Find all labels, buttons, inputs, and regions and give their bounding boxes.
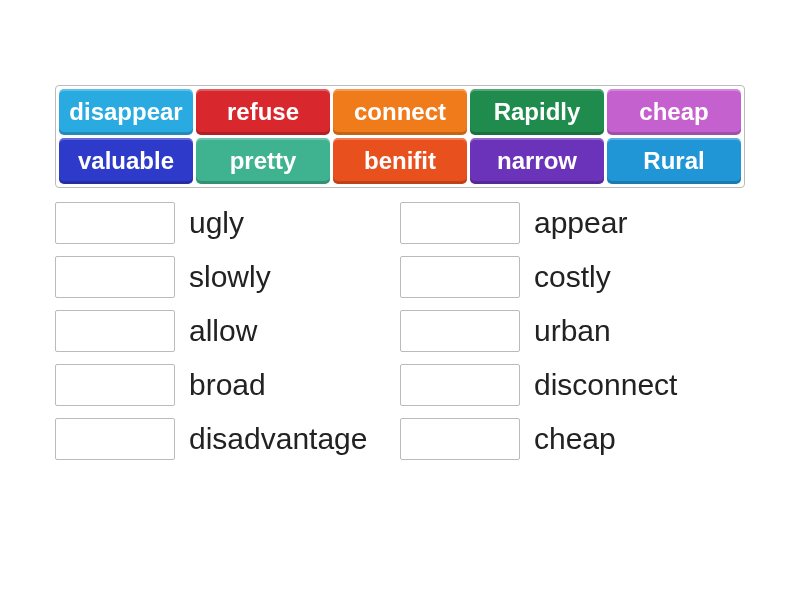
target-item: appear	[400, 202, 745, 244]
target-item: cheap	[400, 418, 745, 460]
drop-box-disadvantage[interactable]	[55, 418, 175, 460]
target-item: disconnect	[400, 364, 745, 406]
word-bank-row: disappear refuse connect Rapidly cheap	[59, 89, 741, 135]
drop-box-ugly[interactable]	[55, 202, 175, 244]
drop-box-urban[interactable]	[400, 310, 520, 352]
drop-box-broad[interactable]	[55, 364, 175, 406]
target-label: disconnect	[534, 368, 677, 402]
word-tile-cheap[interactable]: cheap	[607, 89, 741, 135]
target-item: urban	[400, 310, 745, 352]
target-label: disadvantage	[189, 422, 367, 456]
drop-box-disconnect[interactable]	[400, 364, 520, 406]
drop-box-cheap[interactable]	[400, 418, 520, 460]
target-label: appear	[534, 206, 627, 240]
target-label: slowly	[189, 260, 271, 294]
word-bank: disappear refuse connect Rapidly cheap v…	[55, 85, 745, 188]
word-tile-pretty[interactable]: pretty	[196, 138, 330, 184]
target-label: cheap	[534, 422, 616, 456]
target-label: allow	[189, 314, 257, 348]
drop-box-slowly[interactable]	[55, 256, 175, 298]
targets-grid: ugly appear slowly costly allow urban br…	[55, 202, 745, 460]
word-tile-refuse[interactable]: refuse	[196, 89, 330, 135]
target-label: costly	[534, 260, 611, 294]
target-label: ugly	[189, 206, 244, 240]
word-tile-rapidly[interactable]: Rapidly	[470, 89, 604, 135]
target-item: disadvantage	[55, 418, 400, 460]
drop-box-appear[interactable]	[400, 202, 520, 244]
word-bank-row: valuable pretty benifit narrow Rural	[59, 138, 741, 184]
target-label: broad	[189, 368, 266, 402]
target-item: ugly	[55, 202, 400, 244]
word-tile-benifit[interactable]: benifit	[333, 138, 467, 184]
word-tile-valuable[interactable]: valuable	[59, 138, 193, 184]
target-item: costly	[400, 256, 745, 298]
drop-box-allow[interactable]	[55, 310, 175, 352]
target-item: slowly	[55, 256, 400, 298]
word-tile-connect[interactable]: connect	[333, 89, 467, 135]
word-tile-rural[interactable]: Rural	[607, 138, 741, 184]
word-tile-disappear[interactable]: disappear	[59, 89, 193, 135]
word-tile-narrow[interactable]: narrow	[470, 138, 604, 184]
drop-box-costly[interactable]	[400, 256, 520, 298]
target-item: broad	[55, 364, 400, 406]
target-label: urban	[534, 314, 611, 348]
target-item: allow	[55, 310, 400, 352]
